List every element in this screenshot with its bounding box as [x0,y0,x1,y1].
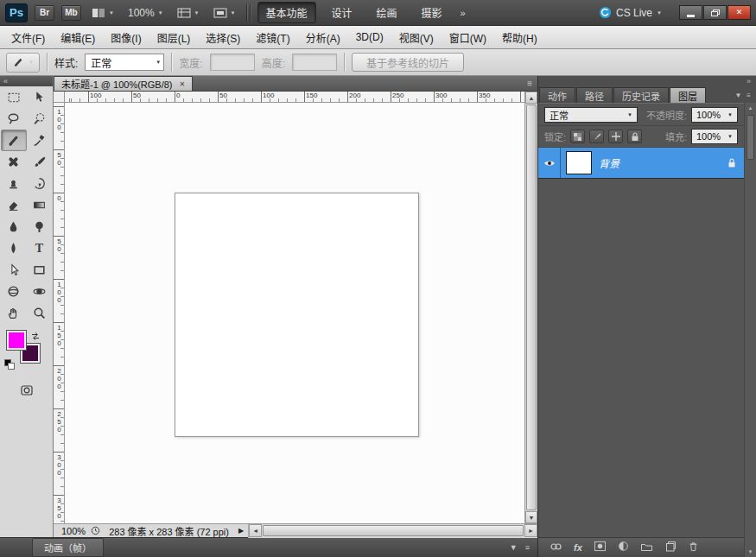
type-tool[interactable]: T [27,237,53,259]
document-viewport[interactable]: 100 50 0 50 100 150 200 250 300 350 [54,92,537,523]
workspace-design-button[interactable]: 设计 [323,2,361,23]
chevron-down-icon[interactable]: ▼ [510,543,518,552]
move-tool[interactable] [27,86,53,108]
canvas[interactable] [175,193,419,437]
quick-mask-button[interactable] [0,379,53,402]
panel-scroll-up-icon[interactable]: ▲ [745,103,756,113]
opacity-field[interactable]: 100% ▼ [691,107,738,123]
eyedropper-tool[interactable] [27,130,53,151]
arrange-documents-dropdown[interactable]: ▼ [88,4,118,22]
minimize-button[interactable] [679,5,702,20]
tab-actions[interactable]: 动作 [539,87,575,103]
lock-pixels-button[interactable] [589,130,604,143]
workspace-painting-button[interactable]: 绘画 [368,2,406,23]
menu-edit[interactable]: 编辑(E) [53,26,103,49]
layer-thumbnail[interactable] [566,151,592,174]
status-zoom-field[interactable]: 100% [54,526,91,536]
menu-image[interactable]: 图像(I) [103,26,149,49]
tools-panel-header[interactable]: « [0,76,53,86]
foreground-color-swatch[interactable] [7,331,26,350]
history-brush-tool[interactable] [27,173,53,194]
menu-select[interactable]: 选择(S) [198,26,248,49]
scroll-down-button[interactable]: ▼ [525,511,537,523]
horizontal-scrollbar[interactable]: ◄ ► [248,524,537,538]
adjustment-layer-button[interactable] [618,540,629,555]
horizontal-scroll-thumb[interactable] [263,525,524,536]
animation-panel-tab[interactable]: 动画（帧） [32,538,104,557]
layer-row-background[interactable]: 背景 [538,148,744,179]
menu-layer[interactable]: 图层(L) [149,26,199,49]
dodge-tool[interactable] [27,216,53,237]
panel-menu-icon[interactable]: ≡ [746,92,751,99]
vertical-ruler[interactable]: 100 50 0 50 100 150 200 250 300 350 [54,103,65,523]
tab-history[interactable]: 历史记录 [613,87,669,103]
close-button[interactable]: ✕ [727,5,751,20]
view-extras-dropdown[interactable]: ▼ [174,4,203,22]
panel-scrollbar[interactable]: ▲ ▼ [744,103,756,557]
3d-orbit-tool[interactable] [27,281,53,302]
restore-button[interactable] [703,5,727,20]
vertical-scrollbar[interactable]: ▲ ▼ [524,92,537,523]
layer-style-button[interactable]: fx [574,542,582,553]
default-colors-icon[interactable] [4,359,17,372]
panel-menu-icon[interactable]: ≡ [525,543,530,552]
tab-paths[interactable]: 路径 [576,87,613,103]
width-input[interactable] [210,54,255,71]
chevron-down-icon[interactable]: ▼ [734,92,741,99]
workspace-essentials-button[interactable]: 基本功能 [257,2,316,23]
launch-bridge-button[interactable]: Br [35,5,54,21]
panel-scroll-thumb[interactable] [746,115,754,160]
new-group-button[interactable] [640,540,653,555]
path-selection-tool[interactable] [1,259,27,281]
lock-transparency-button[interactable] [570,130,585,143]
zoom-tool[interactable] [27,302,53,324]
menu-help[interactable]: 帮助(H) [494,26,545,49]
lock-position-button[interactable] [608,130,623,143]
brush-tool[interactable] [27,151,53,173]
screen-mode-dropdown[interactable]: ▼ [210,4,239,22]
rectangular-marquee-tool[interactable] [1,86,27,108]
pen-tool[interactable] [1,237,27,259]
ruler-origin-corner[interactable] [54,92,65,103]
hand-tool[interactable] [1,302,27,324]
menu-3d[interactable]: 3D(D) [348,27,391,47]
3d-rotate-tool[interactable] [1,281,27,302]
document-tab[interactable]: 未标题-1 @ 100%(RGB/8) ✕ [54,76,193,91]
menu-view[interactable]: 视图(V) [391,26,442,49]
link-layers-button[interactable] [550,540,562,555]
tab-bar-menu-icon[interactable]: ≡ [522,79,537,88]
delete-layer-button[interactable] [688,540,699,555]
swap-colors-icon[interactable] [30,329,41,345]
blend-mode-select[interactable]: 正常 ▼ [544,107,638,123]
menu-file[interactable]: 文件(F) [3,26,53,49]
quick-selection-tool[interactable] [27,108,53,130]
shape-tool[interactable] [27,259,53,281]
eraser-tool[interactable] [1,194,27,216]
launch-mini-bridge-button[interactable]: Mb [61,5,81,21]
new-layer-button[interactable] [664,540,677,555]
blur-tool[interactable] [1,216,27,237]
tool-preset-picker[interactable]: ▼ [6,53,40,73]
panel-scroll-down-icon[interactable]: ▼ [745,547,756,557]
workspace-overflow-icon[interactable]: » [458,8,468,18]
clone-stamp-tool[interactable] [1,173,27,194]
add-layer-mask-button[interactable] [594,540,607,555]
cs-live-dropdown[interactable]: CS Live ▼ [595,6,665,19]
fill-field[interactable]: 100% ▼ [691,129,738,144]
spot-healing-brush-tool[interactable] [1,151,27,173]
scroll-up-button[interactable]: ▲ [525,92,537,104]
vertical-scroll-thumb[interactable] [526,104,537,510]
collapse-dock-icon[interactable]: » [746,78,751,85]
layer-visibility-toggle[interactable] [538,148,561,178]
zoom-level-dropdown[interactable]: 100% ▼ [124,4,167,22]
style-select[interactable]: 正常 ▼ [85,54,164,71]
lasso-tool[interactable] [1,108,27,130]
menu-analysis[interactable]: 分析(A) [298,26,348,49]
tab-close-icon[interactable]: ✕ [180,80,186,88]
height-input[interactable] [292,54,337,71]
slice-tool[interactable] [1,130,27,151]
lock-all-button[interactable] [627,130,642,143]
status-flyout-icon[interactable]: ▶ [234,527,248,535]
tab-layers[interactable]: 图层 [670,87,706,103]
gradient-tool[interactable] [27,194,53,216]
